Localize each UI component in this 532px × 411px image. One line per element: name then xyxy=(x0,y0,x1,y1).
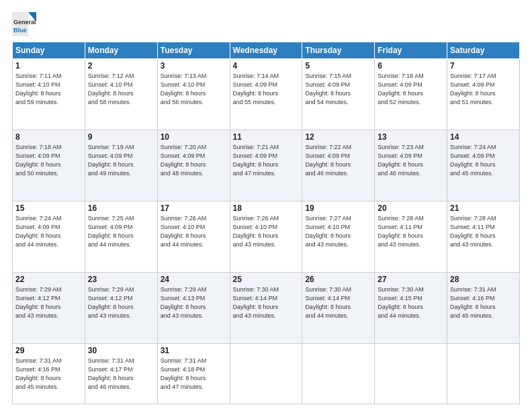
day-info: Sunrise: 7:15 AMSunset: 4:09 PMDaylight:… xyxy=(305,72,371,107)
day-info: Sunrise: 7:27 AMSunset: 4:10 PMDaylight:… xyxy=(305,214,371,249)
calendar-week-row: 29Sunrise: 7:31 AMSunset: 4:16 PMDayligh… xyxy=(13,343,520,404)
day-number: 24 xyxy=(161,275,227,284)
calendar-cell: 30Sunrise: 7:31 AMSunset: 4:17 PMDayligh… xyxy=(85,343,157,404)
day-info: Sunrise: 7:13 AMSunset: 4:10 PMDaylight:… xyxy=(161,72,227,107)
day-number: 22 xyxy=(15,275,82,284)
calendar-cell: 31Sunrise: 7:31 AMSunset: 4:18 PMDayligh… xyxy=(157,343,230,404)
calendar-cell: 3Sunrise: 7:13 AMSunset: 4:10 PMDaylight… xyxy=(157,59,230,130)
calendar-cell: 13Sunrise: 7:23 AMSunset: 4:09 PMDayligh… xyxy=(375,130,447,201)
day-info: Sunrise: 7:16 AMSunset: 4:09 PMDaylight:… xyxy=(378,72,444,107)
day-number: 6 xyxy=(378,61,444,71)
day-info: Sunrise: 7:23 AMSunset: 4:09 PMDaylight:… xyxy=(378,143,444,178)
day-info: Sunrise: 7:24 AMSunset: 4:09 PMDaylight:… xyxy=(450,143,517,178)
weekday-header-wednesday: Wednesday xyxy=(230,42,302,59)
day-info: Sunrise: 7:31 AMSunset: 4:16 PMDaylight:… xyxy=(450,285,517,320)
calendar-cell: 14Sunrise: 7:24 AMSunset: 4:09 PMDayligh… xyxy=(447,130,520,201)
calendar-cell: 21Sunrise: 7:28 AMSunset: 4:11 PMDayligh… xyxy=(447,201,520,272)
calendar-cell: 17Sunrise: 7:26 AMSunset: 4:10 PMDayligh… xyxy=(157,201,230,272)
calendar-cell: 29Sunrise: 7:31 AMSunset: 4:16 PMDayligh… xyxy=(13,343,85,404)
day-info: Sunrise: 7:28 AMSunset: 4:11 PMDaylight:… xyxy=(378,214,444,249)
day-info: Sunrise: 7:12 AMSunset: 4:10 PMDaylight:… xyxy=(88,72,154,107)
calendar-week-row: 15Sunrise: 7:24 AMSunset: 4:09 PMDayligh… xyxy=(13,201,520,272)
calendar-cell xyxy=(447,343,520,404)
weekday-header-monday: Monday xyxy=(85,42,157,59)
day-number: 26 xyxy=(305,275,371,284)
svg-text:General: General xyxy=(13,19,36,26)
calendar-cell: 26Sunrise: 7:30 AMSunset: 4:14 PMDayligh… xyxy=(302,272,375,343)
calendar-cell: 28Sunrise: 7:31 AMSunset: 4:16 PMDayligh… xyxy=(447,272,520,343)
day-number: 7 xyxy=(450,61,517,71)
day-info: Sunrise: 7:14 AMSunset: 4:09 PMDaylight:… xyxy=(233,72,300,107)
weekday-header-friday: Friday xyxy=(375,42,447,59)
calendar-header-row: SundayMondayTuesdayWednesdayThursdayFrid… xyxy=(13,42,520,59)
day-info: Sunrise: 7:21 AMSunset: 4:09 PMDaylight:… xyxy=(233,143,300,178)
day-number: 31 xyxy=(161,346,227,355)
calendar-cell: 5Sunrise: 7:15 AMSunset: 4:09 PMDaylight… xyxy=(302,59,375,130)
day-info: Sunrise: 7:11 AMSunset: 4:10 PMDaylight:… xyxy=(15,72,82,107)
day-number: 16 xyxy=(88,203,154,213)
calendar-cell: 20Sunrise: 7:28 AMSunset: 4:11 PMDayligh… xyxy=(375,201,447,272)
day-info: Sunrise: 7:29 AMSunset: 4:12 PMDaylight:… xyxy=(15,285,82,320)
calendar-table: SundayMondayTuesdayWednesdayThursdayFrid… xyxy=(12,42,520,404)
calendar-cell: 7Sunrise: 7:17 AMSunset: 4:09 PMDaylight… xyxy=(447,59,520,130)
calendar-cell xyxy=(302,343,375,404)
day-info: Sunrise: 7:17 AMSunset: 4:09 PMDaylight:… xyxy=(450,72,517,107)
weekday-header-thursday: Thursday xyxy=(302,42,375,59)
weekday-header-sunday: Sunday xyxy=(13,42,85,59)
calendar-cell: 16Sunrise: 7:25 AMSunset: 4:09 PMDayligh… xyxy=(85,201,157,272)
day-number: 20 xyxy=(378,203,444,213)
day-info: Sunrise: 7:30 AMSunset: 4:14 PMDaylight:… xyxy=(305,285,371,320)
day-number: 15 xyxy=(15,203,82,213)
calendar-cell: 27Sunrise: 7:30 AMSunset: 4:15 PMDayligh… xyxy=(375,272,447,343)
weekday-header-tuesday: Tuesday xyxy=(157,42,230,59)
day-info: Sunrise: 7:29 AMSunset: 4:12 PMDaylight:… xyxy=(88,285,154,320)
day-number: 9 xyxy=(88,132,154,142)
calendar-cell: 25Sunrise: 7:30 AMSunset: 4:14 PMDayligh… xyxy=(230,272,302,343)
day-number: 11 xyxy=(233,132,300,142)
calendar-cell xyxy=(375,343,447,404)
weekday-header-saturday: Saturday xyxy=(447,42,520,59)
calendar-cell: 8Sunrise: 7:18 AMSunset: 4:09 PMDaylight… xyxy=(13,130,85,201)
calendar-cell xyxy=(230,343,302,404)
day-number: 27 xyxy=(378,275,444,284)
calendar-week-row: 22Sunrise: 7:29 AMSunset: 4:12 PMDayligh… xyxy=(13,272,520,343)
day-info: Sunrise: 7:18 AMSunset: 4:09 PMDaylight:… xyxy=(15,143,82,178)
day-info: Sunrise: 7:30 AMSunset: 4:14 PMDaylight:… xyxy=(233,285,300,320)
day-number: 12 xyxy=(305,132,371,142)
day-info: Sunrise: 7:22 AMSunset: 4:09 PMDaylight:… xyxy=(305,143,371,178)
day-number: 3 xyxy=(161,61,227,71)
calendar-cell: 15Sunrise: 7:24 AMSunset: 4:09 PMDayligh… xyxy=(13,201,85,272)
day-number: 14 xyxy=(450,132,517,142)
day-number: 29 xyxy=(15,346,82,355)
day-number: 21 xyxy=(450,203,517,213)
calendar-cell: 11Sunrise: 7:21 AMSunset: 4:09 PMDayligh… xyxy=(230,130,302,201)
day-number: 23 xyxy=(88,275,154,284)
day-number: 18 xyxy=(233,203,300,213)
calendar-cell: 19Sunrise: 7:27 AMSunset: 4:10 PMDayligh… xyxy=(302,201,375,272)
svg-text:Blue: Blue xyxy=(13,27,27,34)
day-info: Sunrise: 7:19 AMSunset: 4:09 PMDaylight:… xyxy=(88,143,154,178)
day-info: Sunrise: 7:29 AMSunset: 4:13 PMDaylight:… xyxy=(161,285,227,320)
page: General Blue SundayMondayTuesdayWednesda… xyxy=(0,0,532,411)
calendar-week-row: 8Sunrise: 7:18 AMSunset: 4:09 PMDaylight… xyxy=(13,130,520,201)
calendar-cell: 18Sunrise: 7:26 AMSunset: 4:10 PMDayligh… xyxy=(230,201,302,272)
day-number: 17 xyxy=(161,203,227,213)
day-number: 30 xyxy=(88,346,154,355)
calendar-cell: 10Sunrise: 7:20 AMSunset: 4:09 PMDayligh… xyxy=(157,130,230,201)
logo: General Blue xyxy=(12,12,36,36)
day-number: 10 xyxy=(161,132,227,142)
calendar-cell: 12Sunrise: 7:22 AMSunset: 4:09 PMDayligh… xyxy=(302,130,375,201)
day-number: 19 xyxy=(305,203,371,213)
day-info: Sunrise: 7:30 AMSunset: 4:15 PMDaylight:… xyxy=(378,285,444,320)
calendar-cell: 22Sunrise: 7:29 AMSunset: 4:12 PMDayligh… xyxy=(13,272,85,343)
day-info: Sunrise: 7:26 AMSunset: 4:10 PMDaylight:… xyxy=(233,214,300,249)
calendar-cell: 24Sunrise: 7:29 AMSunset: 4:13 PMDayligh… xyxy=(157,272,230,343)
day-info: Sunrise: 7:31 AMSunset: 4:18 PMDaylight:… xyxy=(161,357,227,392)
day-number: 1 xyxy=(15,61,82,71)
logo-icon: General Blue xyxy=(12,12,36,36)
calendar-cell: 1Sunrise: 7:11 AMSunset: 4:10 PMDaylight… xyxy=(13,59,85,130)
calendar-cell: 23Sunrise: 7:29 AMSunset: 4:12 PMDayligh… xyxy=(85,272,157,343)
day-number: 5 xyxy=(305,61,371,71)
header: General Blue xyxy=(12,12,520,36)
calendar-cell: 2Sunrise: 7:12 AMSunset: 4:10 PMDaylight… xyxy=(85,59,157,130)
